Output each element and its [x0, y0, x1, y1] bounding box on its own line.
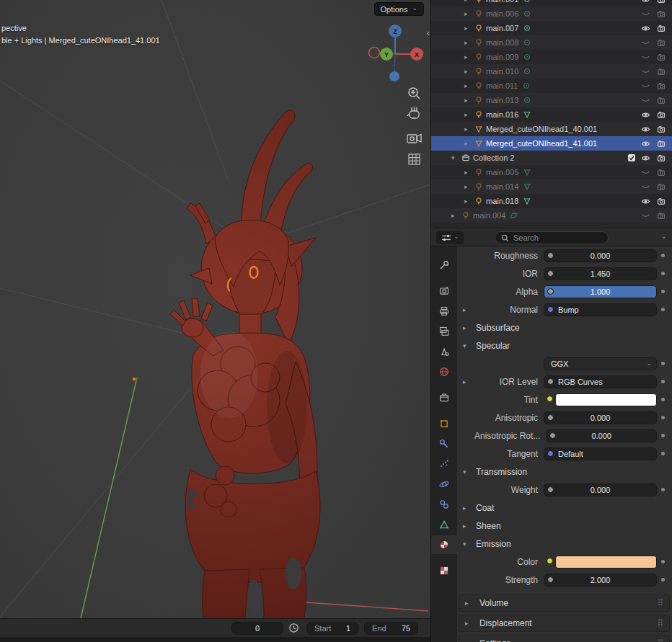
object-name[interactable]: main.001	[486, 0, 518, 4]
render-camera-icon[interactable]	[653, 0, 668, 4]
panel-grip-icon[interactable]	[657, 618, 663, 628]
visibility-eye-icon[interactable]	[638, 67, 653, 76]
end-frame-field[interactable]: End 75	[364, 622, 418, 635]
normal-input-button[interactable]: Bump	[544, 303, 657, 316]
animate-dot[interactable]	[657, 290, 668, 293]
axis-neg-x-ball[interactable]	[369, 48, 380, 58]
object-name[interactable]: main.018	[486, 197, 518, 205]
tab-material[interactable]	[431, 535, 457, 554]
axis-neg-z-ball[interactable]	[389, 71, 399, 81]
sidebar-collapse-icon[interactable]	[427, 27, 430, 38]
exclude-checkbox[interactable]	[625, 153, 638, 162]
outliner-row[interactable]: main.016	[431, 107, 672, 122]
expand-chevron-icon[interactable]	[463, 378, 474, 385]
expand-chevron-icon[interactable]	[464, 82, 474, 89]
outliner-row[interactable]: main.006	[431, 6, 672, 21]
render-camera-icon[interactable]	[653, 38, 668, 48]
outliner-row[interactable]: main.001	[431, 0, 672, 6]
render-camera-icon[interactable]	[653, 96, 668, 105]
transmission-weight-slider[interactable]: 0.000	[544, 483, 657, 496]
panel-grip-icon[interactable]	[657, 638, 663, 642]
tab-constraints[interactable]	[431, 495, 457, 514]
visibility-eye-icon[interactable]	[638, 96, 653, 105]
object-name[interactable]: main.007	[486, 24, 518, 32]
visibility-eye-icon[interactable]	[638, 110, 653, 120]
animate-dot[interactable]	[657, 560, 668, 563]
outliner-row[interactable]: main.014	[431, 179, 672, 194]
outliner-row[interactable]: main.009	[431, 50, 672, 64]
render-camera-icon[interactable]	[653, 168, 668, 177]
anisotropic-slider[interactable]: 0.000	[544, 411, 657, 424]
expand-chevron-icon[interactable]	[464, 111, 474, 118]
render-camera-icon[interactable]	[653, 125, 668, 134]
visibility-eye-icon[interactable]	[638, 24, 653, 33]
section-specular[interactable]: Specular	[457, 336, 672, 355]
visibility-eye-icon[interactable]	[638, 211, 653, 220]
outliner-row[interactable]: main.010	[431, 64, 672, 79]
tab-texture[interactable]	[431, 561, 457, 580]
alpha-slider[interactable]: 1.000	[544, 285, 657, 298]
tab-scene[interactable]	[431, 342, 457, 361]
visibility-eye-icon[interactable]	[638, 38, 653, 48]
render-camera-icon[interactable]	[653, 24, 668, 33]
panel-displacement[interactable]: Displacement	[459, 615, 670, 632]
section-sheen[interactable]: Sheen	[457, 517, 672, 535]
animate-dot[interactable]	[657, 434, 668, 437]
animate-dot[interactable]	[657, 254, 668, 257]
object-name[interactable]: main.016	[486, 110, 518, 119]
expand-chevron-icon[interactable]	[464, 183, 474, 190]
emission-strength-slider[interactable]: 2.000	[544, 574, 657, 587]
render-camera-icon[interactable]	[653, 53, 668, 62]
animate-dot[interactable]	[657, 272, 668, 275]
section-emission[interactable]: Emission	[457, 535, 672, 553]
properties-search[interactable]	[495, 231, 609, 244]
object-name[interactable]: Merged_cuteONIhead1_41.001	[486, 139, 597, 148]
object-name[interactable]: main.008	[486, 38, 518, 47]
tab-particles[interactable]	[431, 455, 457, 473]
object-name[interactable]: main.011	[486, 81, 518, 90]
render-camera-icon[interactable]	[653, 153, 668, 163]
animate-dot[interactable]	[657, 452, 668, 455]
tab-render[interactable]	[431, 282, 457, 300]
visibility-eye-icon[interactable]	[638, 0, 653, 4]
distribution-dropdown[interactable]: GGX	[544, 357, 657, 370]
outliner-row[interactable]: main.005	[431, 165, 672, 179]
render-camera-icon[interactable]	[653, 197, 668, 206]
tab-collection[interactable]	[431, 388, 457, 407]
expand-chevron-icon[interactable]	[464, 97, 474, 104]
section-subsurface[interactable]: Subsurface	[457, 318, 672, 336]
expand-chevron-icon[interactable]	[464, 24, 474, 32]
object-name[interactable]: Merged_cuteONIhead1_40.001	[486, 125, 597, 133]
outliner-row[interactable]: main.018	[431, 194, 672, 208]
expand-chevron-icon[interactable]	[464, 140, 474, 147]
outliner-row-collection[interactable]: Collection 2	[431, 151, 672, 165]
render-camera-icon[interactable]	[653, 81, 668, 91]
ior-level-input-button[interactable]: RGB Curves	[544, 375, 657, 388]
expand-chevron-icon[interactable]	[464, 68, 474, 75]
expand-chevron-icon[interactable]	[463, 306, 474, 313]
tab-view-layer[interactable]	[431, 322, 457, 341]
panel-settings[interactable]: Settings	[459, 635, 670, 642]
panel-volume[interactable]: Volume	[459, 594, 670, 612]
render-camera-icon[interactable]	[653, 182, 668, 192]
outliner-row[interactable]: main.004	[431, 208, 672, 223]
expand-chevron-icon[interactable]	[464, 53, 474, 61]
section-coat[interactable]: Coat	[457, 499, 672, 517]
timeline-clock-icon[interactable]	[288, 623, 299, 636]
viewport-scene[interactable]: Z Y X	[0, 0, 430, 618]
visibility-eye-icon[interactable]	[638, 153, 653, 163]
tab-world[interactable]	[431, 362, 457, 381]
object-name[interactable]: main.004	[473, 211, 505, 220]
current-frame-field[interactable]: 0	[231, 622, 283, 635]
visibility-eye-icon[interactable]	[638, 81, 653, 91]
visibility-eye-icon[interactable]	[638, 197, 653, 206]
roughness-slider[interactable]: 0.000	[544, 249, 657, 262]
viewport-3d[interactable]: Z Y X	[0, 0, 430, 618]
expand-chevron-icon[interactable]	[464, 0, 474, 3]
panel-grip-icon[interactable]	[657, 598, 663, 608]
tab-physics[interactable]	[431, 475, 457, 494]
render-camera-icon[interactable]	[653, 139, 668, 148]
outliner-row[interactable]: main.013	[431, 93, 672, 107]
tab-object[interactable]	[431, 414, 457, 433]
animate-dot[interactable]	[657, 398, 668, 401]
